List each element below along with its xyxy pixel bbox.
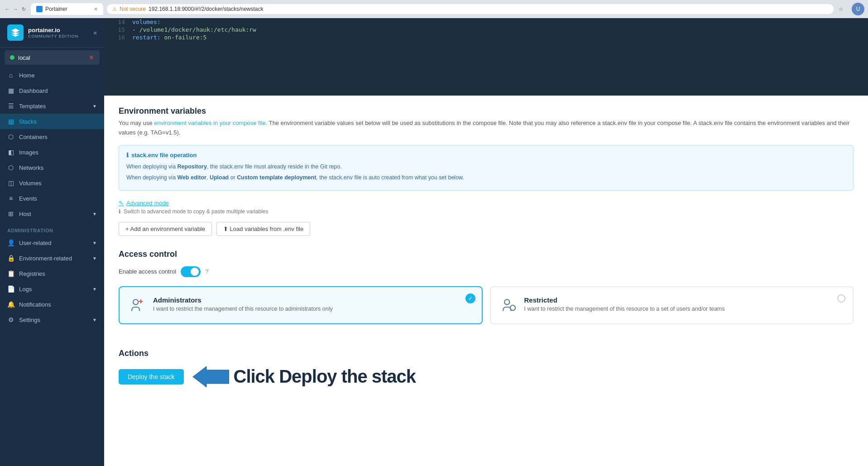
volumes-icon: ◫ bbox=[7, 179, 14, 187]
admin-card-icon bbox=[129, 296, 147, 314]
chevron-down-icon: ▼ bbox=[92, 104, 97, 109]
sidebar-item-label: Volumes bbox=[19, 180, 42, 187]
forward-button[interactable]: → bbox=[12, 5, 19, 13]
info-box: ℹ stack.env file operation When deployin… bbox=[119, 145, 854, 191]
sidebar-item-environment-related[interactable]: 🔒 Environment-related ▼ bbox=[0, 250, 104, 266]
env-name: local bbox=[18, 54, 89, 61]
sidebar-item-containers[interactable]: ⬡ Containers bbox=[0, 129, 104, 144]
radio-button bbox=[837, 294, 845, 303]
chevron-down-icon: ▼ bbox=[92, 256, 97, 261]
notifications-icon: 🔔 bbox=[7, 301, 14, 308]
add-env-variable-button[interactable]: + Add an environment variable bbox=[119, 222, 212, 236]
sidebar-item-images[interactable]: ◧ Images bbox=[0, 144, 104, 160]
security-icon: ⚠ bbox=[112, 6, 117, 12]
sidebar-item-events[interactable]: ≡ Events bbox=[0, 191, 104, 206]
env-related-icon: 🔒 bbox=[7, 255, 14, 262]
deploy-stack-button[interactable]: Deploy the stack bbox=[119, 369, 184, 384]
close-tab-button[interactable]: ✕ bbox=[94, 6, 98, 12]
chevron-down-icon: ▼ bbox=[92, 287, 97, 292]
logo-edition: COMMUNITY EDITION bbox=[28, 34, 78, 38]
sidebar-collapse-button[interactable]: « bbox=[93, 29, 97, 36]
sidebar-logo: portainer.io COMMUNITY EDITION « bbox=[0, 18, 104, 48]
code-editor: 14 volumes: 15 - /volume1/docker/hauk:/e… bbox=[104, 18, 868, 96]
sidebar-item-label: Images bbox=[19, 149, 38, 156]
code-line-15: 15 - /volume1/docker/hauk:/etc/hauk:rw bbox=[104, 26, 868, 34]
env-close-button[interactable]: ✕ bbox=[89, 54, 94, 61]
environment-selector[interactable]: local ✕ bbox=[5, 50, 100, 65]
app-layout: portainer.io COMMUNITY EDITION « local ✕… bbox=[0, 18, 868, 466]
load-env-file-button[interactable]: ⬆ Load variables from .env file bbox=[216, 222, 310, 236]
stacks-icon: ▤ bbox=[7, 118, 14, 125]
reload-button[interactable]: ↻ bbox=[20, 5, 27, 13]
sidebar-item-user-related[interactable]: 👤 User-related ▼ bbox=[0, 235, 104, 250]
actions-row: Deploy the stack Click Deploy the stack bbox=[119, 365, 854, 388]
access-control-toggle[interactable] bbox=[181, 266, 201, 277]
back-button[interactable]: ← bbox=[4, 5, 11, 13]
sidebar-item-label: Dashboard bbox=[19, 87, 48, 94]
code-text: volumes: bbox=[132, 19, 161, 25]
sidebar-item-volumes[interactable]: ◫ Volumes bbox=[0, 175, 104, 191]
sidebar: portainer.io COMMUNITY EDITION « local ✕… bbox=[0, 18, 104, 466]
containers-icon: ⬡ bbox=[7, 133, 14, 140]
sidebar-item-logs[interactable]: 📄 Logs ▼ bbox=[0, 281, 104, 297]
sidebar-item-label: Home bbox=[19, 72, 35, 79]
toggle-help-icon: ? bbox=[205, 268, 208, 275]
sidebar-item-label: User-related bbox=[19, 240, 52, 246]
restricted-card[interactable]: Restricted I want to restrict the manage… bbox=[490, 286, 854, 324]
settings-icon: ⚙ bbox=[7, 316, 14, 323]
advanced-mode-link[interactable]: ✎ Advanced mode bbox=[119, 200, 854, 207]
sidebar-item-label: Stacks bbox=[19, 118, 37, 125]
sidebar-item-stacks[interactable]: ▤ Stacks bbox=[0, 114, 104, 129]
svg-marker-5 bbox=[193, 366, 229, 387]
code-text: - /volume1/docker/hauk:/etc/hauk:rw bbox=[132, 26, 256, 33]
enable-access-control-row: Enable access control ? bbox=[119, 266, 854, 277]
logo-text-block: portainer.io COMMUNITY EDITION bbox=[28, 27, 78, 38]
networks-icon: ⬡ bbox=[7, 164, 14, 171]
dashboard-icon: ▦ bbox=[7, 87, 14, 94]
administrators-card[interactable]: Administrators I want to restrict the ma… bbox=[119, 286, 483, 324]
admin-card-title: Administrators bbox=[153, 296, 333, 304]
sidebar-item-label: Settings bbox=[19, 317, 40, 323]
svg-point-0 bbox=[133, 299, 138, 304]
browser-tab[interactable]: Portainer ✕ bbox=[31, 3, 103, 15]
restricted-card-desc: I want to restrict the management of thi… bbox=[524, 306, 725, 312]
logo-icon bbox=[7, 24, 24, 41]
sidebar-item-registries[interactable]: 📋 Registries bbox=[0, 266, 104, 281]
edit-icon: ✎ bbox=[119, 200, 124, 207]
sidebar-item-label: Logs bbox=[19, 286, 32, 293]
browser-nav[interactable]: ← → ↻ bbox=[4, 5, 27, 13]
templates-icon: ☰ bbox=[7, 102, 14, 110]
sidebar-item-host[interactable]: ⊞ Host ▼ bbox=[0, 206, 104, 221]
tab-favicon bbox=[36, 6, 43, 12]
sidebar-item-networks[interactable]: ⬡ Networks bbox=[0, 160, 104, 175]
env-variables-desc: You may use environment variables in you… bbox=[119, 119, 854, 138]
profile-avatar[interactable]: U bbox=[852, 3, 864, 15]
desc-before: You may use bbox=[119, 120, 154, 126]
code-line-14: 14 volumes: bbox=[104, 18, 868, 26]
env-link[interactable]: environment variables in your compose fi… bbox=[154, 120, 265, 126]
sidebar-item-label: Events bbox=[19, 195, 37, 202]
sidebar-item-dashboard[interactable]: ▦ Dashboard bbox=[0, 83, 104, 98]
arrow-left-icon bbox=[193, 365, 229, 388]
sidebar-item-notifications[interactable]: 🔔 Notifications bbox=[0, 297, 104, 312]
logo-name: portainer.io bbox=[28, 27, 78, 34]
sidebar-item-label: Containers bbox=[19, 134, 48, 140]
env-variables-section: Environment variables You may use enviro… bbox=[104, 96, 868, 349]
info-box-title: ℹ stack.env file operation bbox=[126, 152, 846, 159]
bookmark-button[interactable]: ☆ bbox=[837, 5, 844, 13]
env-status-indicator bbox=[10, 55, 14, 60]
info-circle-icon: ℹ bbox=[126, 152, 129, 159]
restricted-card-content: Restricted I want to restrict the manage… bbox=[524, 296, 725, 312]
advanced-mode-hint: ℹ Switch to advanced mode to copy & past… bbox=[119, 208, 854, 215]
sidebar-item-settings[interactable]: ⚙ Settings ▼ bbox=[0, 312, 104, 327]
address-bar[interactable]: ⚠ Not secure 192.168.1.18:9000/#!/2/dock… bbox=[107, 4, 834, 14]
svg-point-4 bbox=[510, 305, 515, 310]
sidebar-item-label: Networks bbox=[19, 164, 43, 171]
sidebar-item-templates[interactable]: ☰ Templates ▼ bbox=[0, 98, 104, 114]
code-text: restart: on-failure:5 bbox=[132, 34, 206, 41]
logs-icon: 📄 bbox=[7, 285, 14, 293]
sidebar-item-home[interactable]: ⌂ Home bbox=[0, 67, 104, 83]
deploy-annotation: Click Deploy the stack bbox=[193, 365, 416, 388]
selected-check-icon: ✓ bbox=[465, 293, 475, 303]
admin-card-content: Administrators I want to restrict the ma… bbox=[153, 296, 333, 312]
